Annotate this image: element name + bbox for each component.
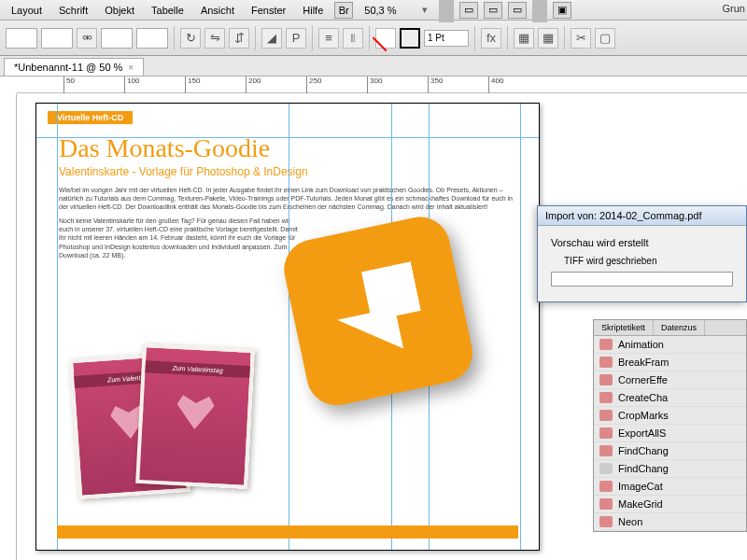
ruler-tick: 150 xyxy=(185,77,200,93)
script-item[interactable]: CreateCha xyxy=(594,389,746,407)
guide[interactable] xyxy=(36,137,539,138)
zoom-level[interactable]: 50,3 % xyxy=(357,3,413,18)
frame-icon[interactable]: ▢ xyxy=(595,28,615,49)
stroke-swatch[interactable] xyxy=(400,28,420,49)
script-icon xyxy=(599,357,613,368)
menu-bar: Layout Schrift Objekt Tabelle Ansicht Fe… xyxy=(0,0,747,21)
menu-hilfe[interactable]: Hilfe xyxy=(295,3,331,18)
wrap-2-icon[interactable]: ▦ xyxy=(538,28,558,49)
document-tabs: *Unbenannt-11 @ 50 % × xyxy=(0,56,747,77)
document-tab[interactable]: *Unbenannt-11 @ 50 % × xyxy=(4,58,144,76)
crop-icon[interactable]: ✂ xyxy=(571,28,591,49)
panel-tab-datenzus[interactable]: Datenzus xyxy=(654,320,705,335)
script-icon xyxy=(599,498,613,510)
script-label: Animation xyxy=(618,339,664,350)
vertical-ruler[interactable] xyxy=(0,93,17,560)
script-label: BreakFram xyxy=(618,357,669,368)
guide[interactable] xyxy=(520,104,521,550)
script-icon xyxy=(599,516,613,527)
script-item[interactable]: CropMarks xyxy=(594,407,746,425)
menu-layout[interactable]: Layout xyxy=(4,3,49,18)
script-icon xyxy=(599,445,613,456)
bridge-icon[interactable]: Br xyxy=(334,2,353,19)
control-toolbar: ⚮ ↻ ⇋ ⇵ ◢ P ≡ ⫴ fx ▦ ▦ ✂ ▢ xyxy=(0,21,747,56)
x-field[interactable] xyxy=(6,28,37,49)
rotate-icon[interactable]: ↻ xyxy=(180,28,201,49)
script-item[interactable]: ImageCat xyxy=(594,478,746,496)
script-item[interactable]: ExportAllS xyxy=(594,425,746,442)
view-mode-3-icon[interactable]: ▭ xyxy=(508,2,527,19)
script-item[interactable]: FindChang xyxy=(594,460,746,478)
document-page[interactable]: Virtuelle Heft-CD Das Monats-Goodie Vale… xyxy=(35,103,540,551)
screen-mode-icon[interactable]: ▣ xyxy=(553,2,571,19)
view-mode-2-icon[interactable]: ▭ xyxy=(484,2,502,19)
section-badge: Virtuelle Heft-CD xyxy=(48,111,133,124)
heart-icon xyxy=(176,391,215,430)
fill-swatch[interactable] xyxy=(375,28,396,49)
script-label: ImageCat xyxy=(618,481,663,492)
ruler-tick: 350 xyxy=(428,77,443,93)
script-item[interactable]: FindChang xyxy=(594,442,746,460)
menu-tabelle[interactable]: Tabelle xyxy=(144,3,191,18)
panel-tab-skriptetikett[interactable]: Skriptetikett xyxy=(594,320,654,335)
link-icon[interactable]: ⚮ xyxy=(77,28,97,49)
corner-icon[interactable]: ◢ xyxy=(261,28,282,49)
script-item[interactable]: Animation xyxy=(594,336,746,354)
body-paragraph: Wie/bei im vorigen Jahr mit der virtuell… xyxy=(59,186,516,211)
menu-objekt[interactable]: Objekt xyxy=(97,3,142,18)
progress-bar xyxy=(551,272,733,287)
folder-icon xyxy=(599,463,613,474)
script-label: MakeGrid xyxy=(618,498,663,510)
ruler-tick: 300 xyxy=(367,77,382,93)
h-field[interactable] xyxy=(136,28,168,49)
view-mode-1-icon[interactable]: ▭ xyxy=(459,2,478,19)
align-icon[interactable]: ≡ xyxy=(318,28,339,49)
script-item[interactable]: BreakFram xyxy=(594,354,746,371)
ruler-tick: 100 xyxy=(124,77,139,93)
script-label: CropMarks xyxy=(618,410,669,421)
dialog-status: Vorschau wird erstellt xyxy=(551,237,733,248)
dialog-substatus: TIFF wird geschrieben xyxy=(564,256,733,266)
script-label: ExportAllS xyxy=(618,427,666,439)
script-item[interactable]: MakeGrid xyxy=(594,496,746,513)
scripts-list[interactable]: AnimationBreakFramCornerEffeCreateChaCro… xyxy=(594,336,746,531)
flip-v-icon[interactable]: ⇵ xyxy=(229,28,249,49)
script-label: FindChang xyxy=(618,445,669,456)
w-field[interactable] xyxy=(101,28,133,49)
script-item[interactable]: CornerEffe xyxy=(594,371,746,389)
wrap-1-icon[interactable]: ▦ xyxy=(514,28,534,49)
script-icon xyxy=(599,392,613,403)
fx-icon[interactable]: fx xyxy=(481,28,501,49)
tab-title: *Unbenannt-11 @ 50 % xyxy=(14,62,122,73)
scripts-panel: Skriptetikett Datenzus AnimationBreakFra… xyxy=(593,319,747,532)
menu-ansicht[interactable]: Ansicht xyxy=(193,3,242,18)
logo-graphic[interactable] xyxy=(278,207,500,428)
y-field[interactable] xyxy=(41,28,73,49)
ruler-tick: 50 xyxy=(63,77,75,93)
valentine-cards[interactable]: Zum Valentin Zum Valentinstag xyxy=(74,346,279,505)
ruler-tick: 200 xyxy=(246,77,261,93)
card-ribbon: Zum Valentinstag xyxy=(145,360,250,378)
arrow-icon xyxy=(329,261,429,361)
menu-fenster[interactable]: Fenster xyxy=(244,3,293,18)
close-tab-icon[interactable]: × xyxy=(128,63,134,73)
ruler-tick: 400 xyxy=(488,77,503,93)
guide[interactable] xyxy=(289,104,289,550)
script-label: Neon xyxy=(618,516,642,527)
guide[interactable] xyxy=(57,104,58,550)
ruler-tick: 250 xyxy=(306,77,321,93)
workspace-label[interactable]: Grun xyxy=(723,3,745,14)
subheadline: Valentinskarte - Vorlage für Photoshop &… xyxy=(59,165,539,178)
body-paragraph: Noch keine Valentinskarte für den großen… xyxy=(59,217,302,259)
flip-h-icon[interactable]: ⇋ xyxy=(204,28,225,49)
horizontal-ruler[interactable]: 50 100 150 200 250 300 350 400 xyxy=(17,77,747,93)
script-label: FindChang xyxy=(618,463,669,474)
dialog-title: Import von: 2014-02_Commag.pdf xyxy=(538,206,746,226)
distribute-icon[interactable]: ⫴ xyxy=(343,28,363,49)
script-icon xyxy=(599,339,613,350)
text-p-icon[interactable]: P xyxy=(286,28,306,49)
menu-schrift[interactable]: Schrift xyxy=(51,3,95,18)
stroke-weight-field[interactable] xyxy=(424,30,469,47)
script-item[interactable]: Neon xyxy=(594,513,746,531)
script-icon xyxy=(599,374,613,385)
